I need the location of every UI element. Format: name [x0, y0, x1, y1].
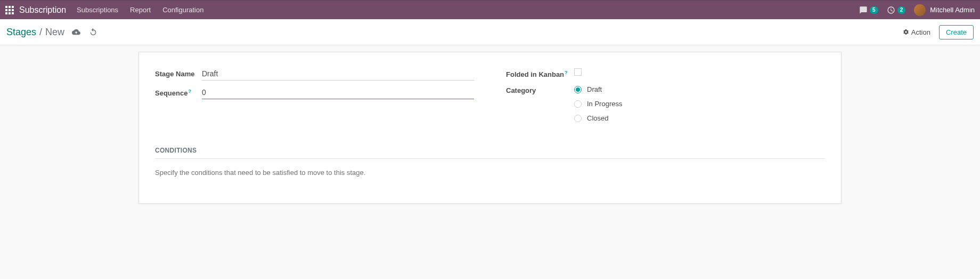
sequence-input[interactable]: [202, 86, 474, 99]
activities-button[interactable]: 2: [887, 6, 906, 14]
sequence-label: Sequence?: [155, 86, 202, 97]
discard-icon[interactable]: [89, 28, 97, 36]
category-option-closed[interactable]: Closed: [574, 114, 622, 122]
breadcrumb: Stages / New: [6, 27, 64, 38]
cloud-unsaved-icon[interactable]: [72, 28, 80, 36]
user-menu[interactable]: Mitchell Admin: [914, 4, 975, 16]
menu-subscriptions[interactable]: Subscriptions: [77, 6, 118, 14]
category-option-inprogress[interactable]: In Progress: [574, 100, 622, 108]
avatar: [914, 4, 926, 16]
category-radio-group: Draft In Progress Closed: [574, 84, 622, 122]
radio-icon: [574, 100, 582, 108]
breadcrumb-root[interactable]: Stages: [6, 27, 36, 38]
stage-name-input[interactable]: [202, 67, 474, 81]
app-name[interactable]: Subscription: [19, 5, 66, 15]
radio-label: Closed: [587, 114, 608, 122]
radio-label: Draft: [587, 85, 602, 93]
gear-icon: [903, 29, 909, 35]
help-icon[interactable]: ?: [565, 70, 568, 75]
radio-label: In Progress: [587, 100, 622, 108]
apps-icon[interactable]: [5, 6, 14, 14]
clock-icon: [887, 6, 895, 14]
category-label: Category: [506, 84, 574, 94]
messages-button[interactable]: 5: [859, 6, 878, 14]
folded-checkbox[interactable]: [574, 68, 582, 76]
menu-report[interactable]: Report: [130, 6, 151, 14]
control-bar: Stages / New Action Create: [0, 19, 980, 45]
create-button[interactable]: Create: [939, 25, 974, 39]
help-icon[interactable]: ?: [188, 89, 191, 94]
form-sheet: Stage Name Sequence? Folded in Kanban?: [138, 52, 842, 204]
topbar-menu: Subscriptions Report Configuration: [77, 6, 215, 14]
radio-icon: [574, 86, 582, 93]
tab-header: CONDITIONS: [155, 147, 825, 159]
action-dropdown[interactable]: Action: [903, 28, 930, 36]
comments-icon: [859, 6, 868, 14]
menu-configuration[interactable]: Configuration: [162, 6, 203, 14]
category-option-draft[interactable]: Draft: [574, 85, 622, 93]
breadcrumb-current: New: [45, 27, 64, 38]
tab-conditions[interactable]: CONDITIONS: [155, 147, 197, 158]
radio-icon: [574, 115, 582, 122]
user-name: Mitchell Admin: [930, 6, 975, 14]
conditions-input[interactable]: [155, 169, 825, 177]
breadcrumb-separator: /: [39, 27, 42, 38]
activities-badge: 2: [897, 6, 906, 14]
messages-badge: 5: [870, 6, 878, 14]
top-navbar: Subscription Subscriptions Report Config…: [0, 0, 980, 19]
folded-label: Folded in Kanban?: [506, 67, 574, 78]
stage-name-label: Stage Name: [155, 67, 202, 78]
action-label: Action: [911, 28, 930, 36]
